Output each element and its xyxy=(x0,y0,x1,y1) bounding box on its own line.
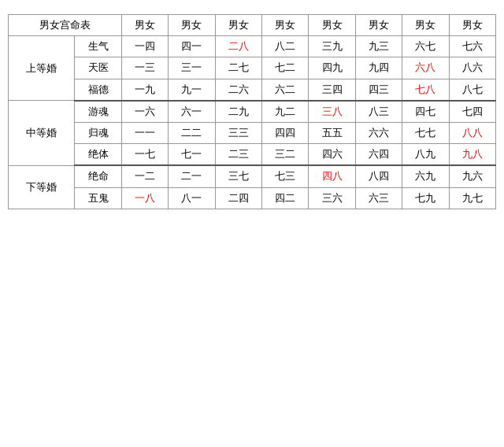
cell-1-1-1: 二二 xyxy=(169,122,215,143)
cell-0-2-4: 三四 xyxy=(309,79,355,101)
col-header-7: 男女 xyxy=(449,15,495,36)
cell-2-0-0: 一二 xyxy=(121,165,168,187)
col-header-3: 男女 xyxy=(261,15,308,36)
col-header-0: 男女 xyxy=(121,15,168,36)
table-row: 归魂一一二二三三四四五五六六七七八八 xyxy=(9,122,496,143)
cell-0-2-7: 八七 xyxy=(449,79,495,101)
table-row: 天医一三三一二七七二四九九四六八八六 xyxy=(9,57,496,79)
sub-label-2-0: 绝命 xyxy=(75,165,121,187)
cell-1-2-6: 八九 xyxy=(402,144,449,166)
cell-0-0-6: 六七 xyxy=(402,36,449,57)
cell-0-0-3: 八二 xyxy=(261,36,308,57)
group-label-2: 下等婚 xyxy=(9,165,75,209)
cell-1-0-7: 七四 xyxy=(449,101,495,123)
table-row: 五鬼一八八一二四四二三六六三七九九七 xyxy=(9,187,496,209)
cell-0-1-5: 九四 xyxy=(355,57,402,79)
cell-1-0-0: 一六 xyxy=(121,101,168,123)
cell-0-2-1: 九一 xyxy=(169,79,215,101)
sub-label-1-2: 绝体 xyxy=(75,144,121,166)
cell-1-2-4: 四六 xyxy=(309,144,355,166)
cell-1-0-5: 八三 xyxy=(355,101,402,123)
cell-1-2-2: 二三 xyxy=(215,144,261,166)
cell-1-0-1: 六一 xyxy=(169,101,215,123)
cell-2-1-5: 六三 xyxy=(355,187,402,209)
cell-2-1-4: 三六 xyxy=(309,187,355,209)
cell-1-2-0: 一七 xyxy=(121,144,168,166)
cell-0-0-2: 二八 xyxy=(215,36,261,57)
table-row: 下等婚绝命一二二一三七七三四八八四六九九六 xyxy=(9,165,496,187)
cell-1-1-3: 四四 xyxy=(261,122,308,143)
sub-label-0-2: 福德 xyxy=(75,79,121,101)
cell-0-1-7: 八六 xyxy=(449,57,495,79)
col-header-1: 男女 xyxy=(169,15,215,36)
cell-1-1-6: 七七 xyxy=(402,122,449,143)
cell-2-0-1: 二一 xyxy=(169,165,215,187)
table-row: 中等婚游魂一六六一二九九二三八八三四七七四 xyxy=(9,101,496,123)
sub-label-1-1: 归魂 xyxy=(75,122,121,143)
cell-0-1-6: 六八 xyxy=(402,57,449,79)
sub-label-0-0: 生气 xyxy=(75,36,121,57)
cell-1-2-7: 九八 xyxy=(449,144,495,166)
cell-1-0-3: 九二 xyxy=(261,101,308,123)
col-header-2: 男女 xyxy=(215,15,261,36)
col-header-4: 男女 xyxy=(309,15,355,36)
cell-1-2-1: 七一 xyxy=(169,144,215,166)
cell-1-1-7: 八八 xyxy=(449,122,495,143)
cell-2-0-2: 三七 xyxy=(215,165,261,187)
col-header-5: 男女 xyxy=(355,15,402,36)
cell-2-1-0: 一八 xyxy=(121,187,168,209)
cell-0-0-4: 三九 xyxy=(309,36,355,57)
group-label-0: 上等婚 xyxy=(9,36,75,101)
cell-2-1-6: 七九 xyxy=(402,187,449,209)
group-label-1: 中等婚 xyxy=(9,101,75,166)
sub-label-0-1: 天医 xyxy=(75,57,121,79)
table-row: 福德一九九一二六六二三四四三七八八七 xyxy=(9,79,496,101)
cell-1-0-2: 二九 xyxy=(215,101,261,123)
cell-2-1-1: 八一 xyxy=(169,187,215,209)
cell-0-0-0: 一四 xyxy=(121,36,168,57)
cell-1-0-4: 三八 xyxy=(309,101,355,123)
cell-0-1-1: 三一 xyxy=(169,57,215,79)
cell-1-1-0: 一一 xyxy=(121,122,168,143)
cell-1-2-3: 三二 xyxy=(261,144,308,166)
cell-0-1-0: 一三 xyxy=(121,57,168,79)
cell-2-0-7: 九六 xyxy=(449,165,495,187)
cell-0-0-5: 九三 xyxy=(355,36,402,57)
cell-2-1-3: 四二 xyxy=(261,187,308,209)
cell-0-1-4: 四九 xyxy=(309,57,355,79)
cell-2-0-6: 六九 xyxy=(402,165,449,187)
col-header-main: 男女宫命表 xyxy=(9,15,122,36)
cell-0-1-2: 二七 xyxy=(215,57,261,79)
cell-1-1-2: 三三 xyxy=(215,122,261,143)
table-row: 上等婚生气一四四一二八八二三九九三六七七六 xyxy=(9,36,496,57)
cell-2-1-2: 二四 xyxy=(215,187,261,209)
cell-1-2-5: 六四 xyxy=(355,144,402,166)
sub-label-1-0: 游魂 xyxy=(75,101,121,123)
cell-0-2-0: 一九 xyxy=(121,79,168,101)
cell-1-1-5: 六六 xyxy=(355,122,402,143)
cell-0-0-7: 七六 xyxy=(449,36,495,57)
cell-2-0-5: 八四 xyxy=(355,165,402,187)
cell-2-0-3: 七三 xyxy=(261,165,308,187)
cell-2-0-4: 四八 xyxy=(309,165,355,187)
sub-label-2-1: 五鬼 xyxy=(75,187,121,209)
table-row: 绝体一七七一二三三二四六六四八九九八 xyxy=(9,144,496,166)
cell-1-0-6: 四七 xyxy=(402,101,449,123)
col-header-6: 男女 xyxy=(402,15,449,36)
cell-0-2-2: 二六 xyxy=(215,79,261,101)
cell-0-0-1: 四一 xyxy=(169,36,215,57)
main-table: 男女宫命表男女男女男女男女男女男女男女男女上等婚生气一四四一二八八二三九九三六七… xyxy=(8,14,496,209)
cell-0-2-5: 四三 xyxy=(355,79,402,101)
cell-2-1-7: 九七 xyxy=(449,187,495,209)
cell-0-2-6: 七八 xyxy=(402,79,449,101)
cell-0-1-3: 七二 xyxy=(261,57,308,79)
cell-0-2-3: 六二 xyxy=(261,79,308,101)
cell-1-1-4: 五五 xyxy=(309,122,355,143)
